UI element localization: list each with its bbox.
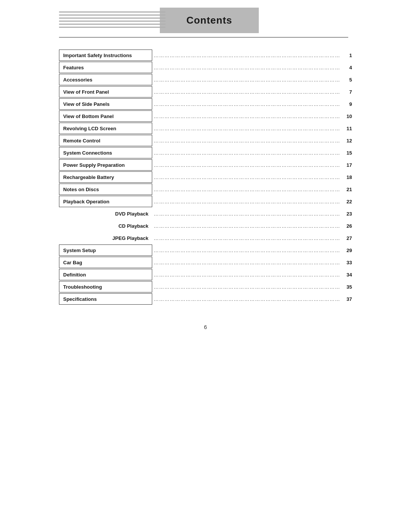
toc-dots-remote-control: …………………………………………………………………………………………… — [152, 138, 341, 144]
header-separator — [59, 37, 348, 38]
toc-page-cd-playback: 26 — [341, 223, 352, 229]
toc-page-system-connections: 15 — [341, 150, 352, 156]
toc-page-power-supply: 17 — [341, 162, 352, 168]
page: Contents Important Safety Instructions……… — [0, 0, 411, 532]
toc-label-remote-control: Remote Control — [59, 135, 152, 146]
toc-page-features: 4 — [341, 65, 352, 70]
toc-label-system-setup: System Setup — [59, 244, 152, 256]
toc-entry-power-supply: Power Supply Preparation…………………………………………… — [59, 159, 352, 171]
toc-page-rechargeable-battery: 18 — [341, 174, 352, 180]
header-line-4 — [59, 21, 166, 22]
toc-dots-features: …………………………………………………………………………………………… — [152, 65, 341, 70]
toc-dots-system-setup: …………………………………………………………………………………………… — [152, 248, 341, 253]
toc-dots-dvd-playback: …………………………………………………………………………………………… — [152, 211, 341, 217]
toc-label-view-bottom-panel: View of Bottom Panel — [59, 110, 152, 122]
toc-label-dvd-playback: DVD Playback — [59, 208, 152, 219]
toc-entry-system-connections: System Connections…………………………………………………………… — [59, 147, 352, 159]
toc-label-view-side-panels: View of Side Panels — [59, 98, 152, 110]
toc-entry-car-bag: Car Bag………………………………………………………………………………………… — [59, 256, 352, 268]
toc-page-notes-on-discs: 21 — [341, 187, 352, 192]
toc-entry-playback-operation: Playback Operation…………………………………………………………… — [59, 195, 352, 208]
toc-page-important-safety: 1 — [341, 53, 352, 58]
toc-page-view-front-panel: 7 — [341, 89, 352, 95]
toc-dots-view-bottom-panel: …………………………………………………………………………………………… — [152, 113, 341, 119]
toc-entry-troubleshooting: Troubleshooting…………………………………………………………………… — [59, 281, 352, 293]
toc-dots-rechargeable-battery: …………………………………………………………………………………………… — [152, 174, 341, 180]
toc-entry-jpeg-playback: JPEG Playback………………………………………………………………………… — [59, 232, 352, 244]
toc-label-car-bag: Car Bag — [59, 257, 152, 268]
toc-entry-features: Features……………………………………………………………………………………… — [59, 61, 352, 73]
toc-entry-accessories: Accessories……………………………………………………………………………… — [59, 73, 352, 86]
toc-page-definition: 34 — [341, 272, 352, 278]
toc-entry-revolving-lcd: Revolving LCD Screen……………………………………………………… — [59, 122, 352, 134]
toc-page-troubleshooting: 35 — [341, 284, 352, 290]
toc-label-specifications: Specifications — [59, 293, 152, 305]
toc-page-specifications: 37 — [341, 296, 352, 302]
toc-label-troubleshooting: Troubleshooting — [59, 281, 152, 292]
page-number: 6 — [0, 324, 411, 330]
toc-page-system-setup: 29 — [341, 248, 352, 253]
toc-dots-cd-playback: …………………………………………………………………………………………… — [152, 223, 341, 229]
toc-area: Important Safety Instructions……………………………… — [0, 49, 411, 305]
title-box: Contents — [160, 8, 259, 33]
header-line-5 — [59, 24, 166, 25]
toc-label-important-safety: Important Safety Instructions — [59, 50, 152, 61]
toc-page-revolving-lcd: 11 — [341, 126, 352, 131]
toc-label-system-connections: System Connections — [59, 147, 152, 158]
toc-dots-accessories: …………………………………………………………………………………………… — [152, 77, 341, 83]
toc-label-revolving-lcd: Revolving LCD Screen — [59, 123, 152, 134]
toc-page-jpeg-playback: 27 — [341, 235, 352, 241]
toc-entry-specifications: Specifications……………………………………………………………………… — [59, 293, 352, 305]
toc-label-view-front-panel: View of Front Panel — [59, 86, 152, 97]
toc-label-notes-on-discs: Notes on Discs — [59, 184, 152, 195]
toc-dots-specifications: …………………………………………………………………………………………… — [152, 296, 341, 302]
toc-dots-revolving-lcd: …………………………………………………………………………………………… — [152, 126, 341, 131]
toc-entry-view-side-panels: View of Side Panels………………………………………………………… — [59, 98, 352, 110]
toc-entry-view-front-panel: View of Front Panel………………………………………………………… — [59, 86, 352, 98]
toc-label-cd-playback: CD Playback — [59, 220, 152, 232]
toc-dots-important-safety: …………………………………………………………………………………………… — [152, 53, 341, 58]
toc-entry-remote-control: Remote Control……………………………………………………………………… — [59, 134, 352, 147]
toc-label-definition: Definition — [59, 269, 152, 280]
toc-label-accessories: Accessories — [59, 74, 152, 85]
toc-dots-jpeg-playback: …………………………………………………………………………………………… — [152, 235, 341, 241]
toc-dots-playback-operation: …………………………………………………………………………………………… — [152, 199, 341, 204]
header-line-6 — [59, 27, 166, 28]
toc-entry-notes-on-discs: Notes on Discs……………………………………………………………………… — [59, 183, 352, 195]
toc-dots-troubleshooting: …………………………………………………………………………………………… — [152, 284, 341, 290]
toc-page-view-bottom-panel: 10 — [341, 113, 352, 119]
toc-dots-view-front-panel: …………………………………………………………………………………………… — [152, 89, 341, 95]
toc-page-view-side-panels: 9 — [341, 101, 352, 107]
header-line-3 — [59, 18, 166, 19]
toc-entry-system-setup: System Setup…………………………………………………………………………… — [59, 244, 352, 256]
toc-page-accessories: 5 — [341, 77, 352, 83]
toc-label-playback-operation: Playback Operation — [59, 196, 152, 207]
page-title: Contents — [171, 14, 247, 26]
toc-dots-notes-on-discs: …………………………………………………………………………………………… — [152, 187, 341, 192]
toc-entry-rechargeable-battery: Rechargeable Battery……………………………………………………… — [59, 171, 352, 183]
header-line-2 — [59, 14, 166, 16]
toc-dots-system-connections: …………………………………………………………………………………………… — [152, 150, 341, 156]
toc-entry-dvd-playback: DVD Playback…………………………………………………………………………… — [59, 208, 352, 220]
toc-dots-view-side-panels: …………………………………………………………………………………………… — [152, 101, 341, 107]
toc-label-jpeg-playback: JPEG Playback — [59, 232, 152, 244]
toc-label-power-supply: Power Supply Preparation — [59, 159, 152, 171]
toc-entry-view-bottom-panel: View of Bottom Panel……………………………………………………… — [59, 110, 352, 122]
header-decoration-lines — [59, 11, 166, 28]
header-line-1 — [59, 11, 166, 13]
toc-page-remote-control: 12 — [341, 138, 352, 144]
toc-label-features: Features — [59, 62, 152, 73]
toc-page-car-bag: 33 — [341, 260, 352, 265]
toc-dots-definition: …………………………………………………………………………………………… — [152, 272, 341, 278]
toc-dots-power-supply: …………………………………………………………………………………………… — [152, 162, 341, 168]
toc-entry-cd-playback: CD Playback……………………………………………………………………………… — [59, 220, 352, 232]
toc-label-rechargeable-battery: Rechargeable Battery — [59, 171, 152, 183]
toc-entry-definition: Definition………………………………………………………………………………… — [59, 268, 352, 281]
header: Contents — [0, 0, 411, 38]
toc-page-playback-operation: 22 — [341, 199, 352, 204]
toc-page-dvd-playback: 23 — [341, 211, 352, 217]
toc-dots-car-bag: …………………………………………………………………………………………… — [152, 260, 341, 265]
toc-entry-important-safety: Important Safety Instructions……………………………… — [59, 49, 352, 61]
